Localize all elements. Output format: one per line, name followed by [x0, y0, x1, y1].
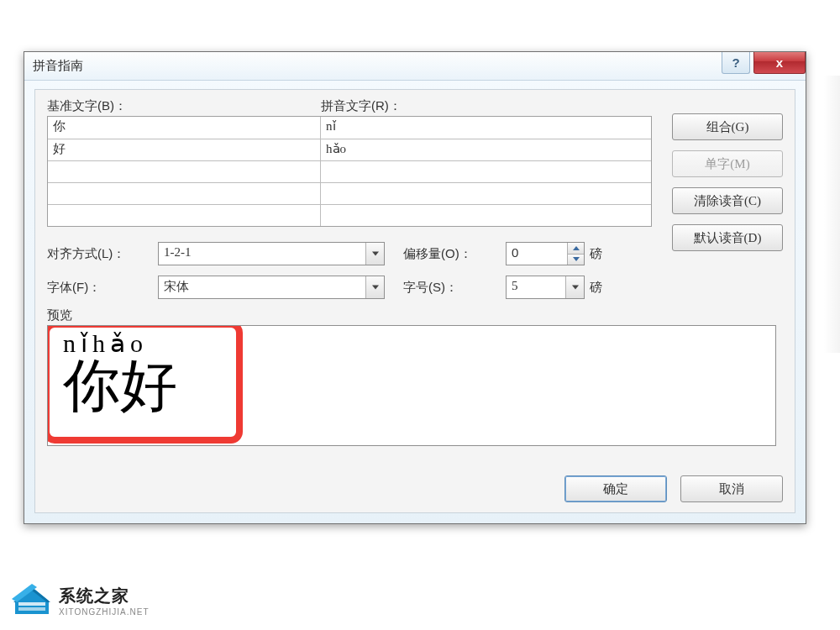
watermark-text: 系统之家 XITONGZHIJIA.NET	[59, 585, 150, 617]
grid-row	[48, 160, 651, 182]
combine-button[interactable]: 组合(G)	[672, 113, 783, 140]
size-label: 字号(S)：	[403, 280, 506, 296]
base-cell[interactable]: 你	[48, 117, 321, 139]
offset-value[interactable]: 0	[507, 243, 567, 265]
align-combo[interactable]: 1-2-1	[158, 242, 385, 265]
spinner-buttons	[567, 243, 584, 265]
ruby-cell[interactable]	[321, 161, 651, 182]
font-label: 字体(F)：	[47, 280, 158, 296]
preview-content: nǐhǎo 你好	[63, 331, 177, 416]
base-cell[interactable]	[48, 183, 321, 204]
side-button-column: 组合(G) 单字(M) 清除读音(C) 默认读音(D)	[672, 113, 783, 251]
offset-spinner[interactable]: 0	[506, 242, 585, 265]
window-controls: ? x	[722, 52, 806, 74]
spin-up-icon[interactable]	[568, 243, 584, 254]
size-value[interactable]: 5	[507, 276, 565, 298]
ruby-cell[interactable]	[321, 205, 651, 226]
font-row: 字体(F)： 宋体 字号(S)： 5 磅	[47, 276, 783, 299]
close-button[interactable]: x	[753, 52, 806, 74]
base-cell[interactable]: 好	[48, 139, 321, 160]
ruby-cell[interactable]: hǎo	[321, 139, 651, 160]
grid-row: 好 hǎo	[48, 139, 651, 160]
preview-label: 预览	[47, 307, 783, 323]
dialog-footer: 确定 取消	[564, 475, 783, 502]
spin-down-icon[interactable]	[568, 254, 584, 265]
chevron-down-icon[interactable]	[365, 243, 384, 265]
base-cell[interactable]	[48, 161, 321, 182]
chevron-down-icon[interactable]	[365, 276, 384, 298]
grid-row	[48, 182, 651, 204]
default-reading-button[interactable]: 默认读音(D)	[672, 224, 783, 251]
preview-ruby: nǐhǎo	[63, 331, 177, 356]
base-cell[interactable]	[48, 205, 321, 226]
size-unit: 磅	[590, 280, 602, 296]
preview-base: 你好	[63, 356, 177, 416]
font-combo[interactable]: 宋体	[158, 276, 385, 299]
phonetic-guide-dialog: 拼音指南 ? x 基准文字(B)： 拼音文字(R)： 你 nǐ 好 hǎo	[24, 51, 806, 524]
ruby-cell[interactable]	[321, 183, 651, 204]
preview-box: nǐhǎo 你好	[47, 325, 776, 446]
dialog-client: 基准文字(B)： 拼音文字(R)： 你 nǐ 好 hǎo	[34, 89, 795, 513]
ruby-text-label: 拼音文字(R)：	[321, 98, 402, 114]
align-value: 1-2-1	[159, 243, 365, 265]
align-label: 对齐方式(L)：	[47, 246, 158, 262]
grid-headers: 基准文字(B)： 拼音文字(R)：	[47, 98, 783, 114]
svg-rect-1	[18, 607, 45, 611]
svg-rect-0	[18, 602, 45, 606]
site-watermark: 系统之家 XITONGZHIJIA.NET	[12, 582, 150, 618]
cancel-button[interactable]: 取消	[680, 475, 783, 502]
text-grid: 你 nǐ 好 hǎo	[47, 116, 652, 227]
watermark-url: XITONGZHIJIA.NET	[59, 607, 150, 617]
dialog-title: 拼音指南	[33, 58, 83, 74]
help-button[interactable]: ?	[722, 52, 750, 74]
titlebar[interactable]: 拼音指南 ? x	[24, 52, 806, 81]
grid-row: 你 nǐ	[48, 117, 651, 139]
clear-reading-button[interactable]: 清除读音(C)	[672, 187, 783, 214]
ruby-cell[interactable]: nǐ	[321, 117, 651, 139]
house-icon	[12, 582, 52, 618]
edge-shadow	[823, 76, 840, 353]
watermark-title: 系统之家	[59, 585, 150, 607]
size-combo[interactable]: 5	[506, 276, 585, 299]
ok-button[interactable]: 确定	[564, 475, 667, 502]
offset-label: 偏移量(O)：	[403, 246, 506, 262]
font-value: 宋体	[159, 276, 365, 298]
offset-unit: 磅	[590, 246, 602, 262]
grid-row	[48, 204, 651, 226]
chevron-down-icon[interactable]	[565, 276, 584, 298]
single-char-button: 单字(M)	[672, 150, 783, 177]
base-text-label: 基准文字(B)：	[47, 98, 321, 114]
